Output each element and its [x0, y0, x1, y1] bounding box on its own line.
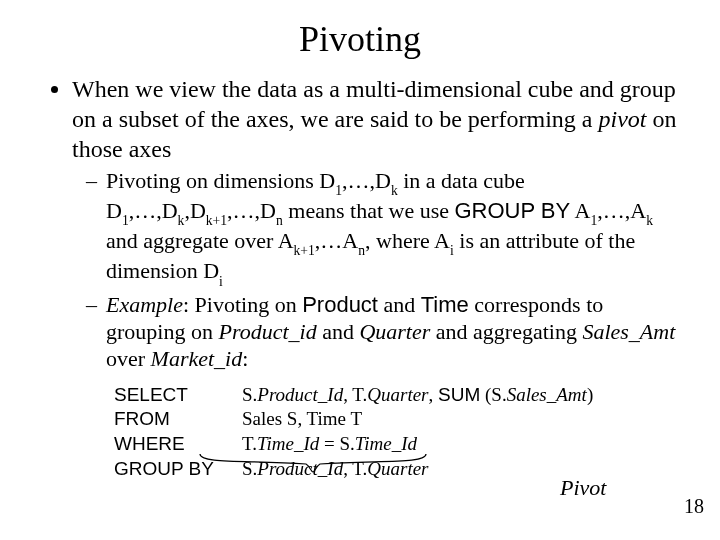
s: i [450, 243, 454, 258]
t: and [317, 319, 360, 344]
t: ) [587, 384, 593, 405]
t: ,…A [315, 228, 358, 253]
page-number: 18 [684, 495, 704, 518]
groupby-kw: GROUP BY [454, 198, 570, 223]
t: Time_Id [355, 433, 417, 454]
t: Sales_Amt [507, 384, 587, 405]
t: ,…,D [342, 168, 391, 193]
t: , [429, 384, 439, 405]
sql-select-rest: S.Product_Id, T.Quarter, SUM (S.Sales_Am… [242, 383, 593, 408]
s: n [358, 243, 365, 258]
t: ,…,D [129, 198, 178, 223]
s: k [646, 213, 653, 228]
sql-select: SELECT S.Product_Id, T.Quarter, SUM (S.S… [114, 383, 680, 408]
s: k+1 [294, 243, 315, 258]
t: : [242, 346, 248, 371]
bullet-list: When we view the data as a multi-dimensi… [48, 74, 680, 373]
t: Time [421, 292, 469, 317]
s: k [178, 213, 185, 228]
t: T. [242, 433, 257, 454]
t: = S. [319, 433, 355, 454]
t: S. [242, 384, 257, 405]
t: Market_id [151, 346, 243, 371]
t: Quarter [359, 319, 430, 344]
t: over [106, 346, 151, 371]
s: 1 [335, 183, 342, 198]
s: k+1 [206, 213, 227, 228]
t: , T. [343, 384, 367, 405]
kw-sum: SUM [438, 384, 480, 405]
s: n [276, 213, 283, 228]
kw-select: SELECT [114, 383, 242, 408]
t: , where A [365, 228, 450, 253]
t: Product_id [218, 319, 316, 344]
t: Time_Id [257, 433, 319, 454]
slide-title: Pivoting [40, 18, 680, 60]
s: k [391, 183, 398, 198]
s: i [219, 274, 223, 289]
t: ,D [184, 198, 205, 223]
t: and aggregating [430, 319, 582, 344]
t: Pivoting on dimensions D [106, 168, 335, 193]
s: 1 [122, 213, 129, 228]
pivot-label: Pivot [560, 475, 606, 501]
t: Product_Id [257, 384, 343, 405]
bullet-1: When we view the data as a multi-dimensi… [72, 74, 680, 373]
t: A [570, 198, 590, 223]
sql-from: FROM Sales S, Time T [114, 407, 680, 432]
t: : Pivoting on [183, 292, 302, 317]
t: ,…,A [597, 198, 646, 223]
t: and aggregate over A [106, 228, 294, 253]
example-word: Example [106, 292, 183, 317]
t: Product [302, 292, 378, 317]
sub-1: Pivoting on dimensions D1,…,Dk in a data… [106, 168, 680, 288]
slide: Pivoting When we view the data as a mult… [0, 0, 720, 540]
sql-from-rest: Sales S, Time T [242, 407, 362, 432]
t: Quarter [367, 384, 428, 405]
t: (S. [480, 384, 506, 405]
brace-annotation [198, 452, 428, 474]
bullet-1-pivot: pivot [599, 106, 647, 132]
s: 1 [590, 213, 597, 228]
curly-brace-icon [198, 452, 428, 474]
t: Sales_Amt [582, 319, 675, 344]
t: and [378, 292, 421, 317]
sub-list: Pivoting on dimensions D1,…,Dk in a data… [78, 168, 680, 373]
t: means that we use [283, 198, 455, 223]
t: ,…,D [227, 198, 276, 223]
bullet-1-pre: When we view the data as a multi-dimensi… [72, 76, 676, 132]
kw-from: FROM [114, 407, 242, 432]
sub-2: Example: Pivoting on Product and Time co… [106, 292, 680, 372]
